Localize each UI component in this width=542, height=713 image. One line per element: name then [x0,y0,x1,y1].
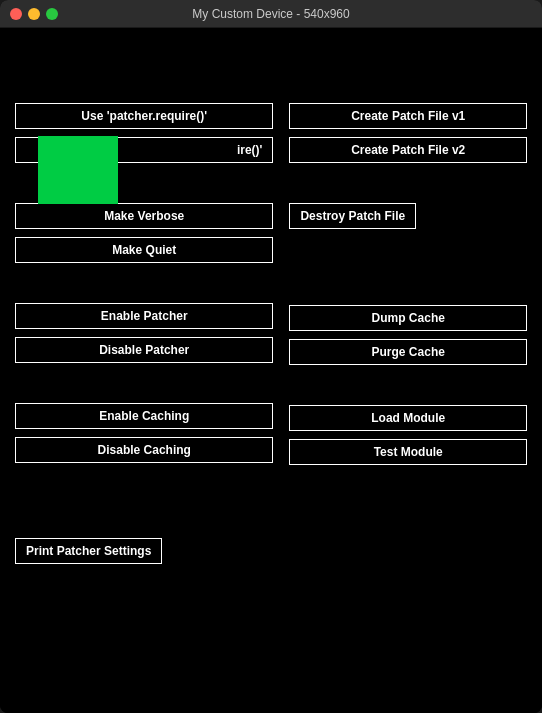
left-group-5: Print Patcher Settings [15,538,273,564]
title-bar: My Custom Device - 540x960 [0,0,542,28]
green-block-overlay [38,136,118,204]
right-group-2: Destroy Patch File [289,203,527,229]
spacer-r2 [289,229,527,305]
window-controls [10,8,58,20]
right-group-1: Create Patch File v1 Create Patch File v… [289,103,527,163]
test-module-button[interactable]: Test Module [289,439,527,465]
spacer-4 [15,463,273,538]
spacer-r1 [289,163,527,203]
destroy-patch-file-button[interactable]: Destroy Patch File [289,203,416,229]
use-patcher-require-button[interactable]: Use 'patcher.require()' [15,103,273,129]
make-quiet-button[interactable]: Make Quiet [15,237,273,263]
make-verbose-button[interactable]: Make Verbose [15,203,273,229]
create-patch-file-v2-button[interactable]: Create Patch File v2 [289,137,527,163]
left-group-2: Make Verbose Make Quiet [15,203,273,263]
disable-patcher-button[interactable]: Disable Patcher [15,337,273,363]
spacer-3 [15,363,273,403]
window-title: My Custom Device - 540x960 [192,7,349,21]
close-button[interactable] [10,8,22,20]
purge-cache-button[interactable]: Purge Cache [289,339,527,365]
print-patcher-settings-button[interactable]: Print Patcher Settings [15,538,162,564]
disable-caching-button[interactable]: Disable Caching [15,437,273,463]
load-module-button[interactable]: Load Module [289,405,527,431]
right-group-3: Dump Cache Purge Cache [289,305,527,365]
create-patch-file-v1-button[interactable]: Create Patch File v1 [289,103,527,129]
minimize-button[interactable] [28,8,40,20]
maximize-button[interactable] [46,8,58,20]
right-group-4: Load Module Test Module [289,405,527,465]
enable-caching-button[interactable]: Enable Caching [15,403,273,429]
enable-patcher-button[interactable]: Enable Patcher [15,303,273,329]
left-group-4: Enable Caching Disable Caching [15,403,273,463]
dump-cache-button[interactable]: Dump Cache [289,305,527,331]
main-window: My Custom Device - 540x960 Use 'patcher.… [0,0,542,713]
left-group-3: Enable Patcher Disable Patcher [15,303,273,363]
right-column: Create Patch File v1 Create Patch File v… [281,103,527,564]
spacer-2 [15,263,273,303]
spacer-r3 [289,365,527,405]
